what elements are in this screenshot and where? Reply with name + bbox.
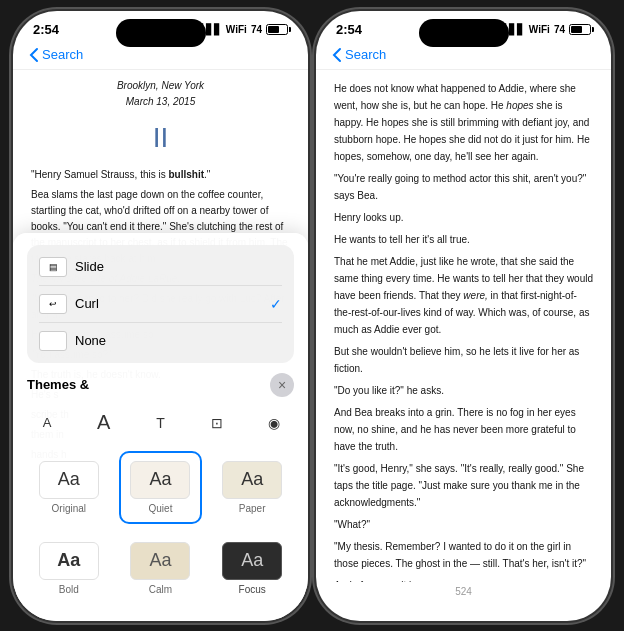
rp-11: "My thesis. Remember? I wanted to do it …: [334, 538, 593, 572]
curl-check: ✓: [270, 296, 282, 312]
theme-focus-label: Focus: [239, 584, 266, 595]
left-phone: 2:54 ▋▋▋ WiFi 74 Search Brooklyn, New Yo…: [13, 11, 308, 621]
theme-paper[interactable]: Aa Paper: [210, 451, 294, 524]
theme-calm-preview: Aa: [130, 542, 190, 580]
back-button-right[interactable]: Search: [332, 47, 386, 63]
theme-bold-preview: Aa: [39, 542, 99, 580]
theme-paper-preview: Aa: [222, 461, 282, 499]
theme-original[interactable]: Aa Original: [27, 451, 111, 524]
slide-label: Slide: [75, 259, 104, 274]
theme-quiet-preview: Aa: [130, 461, 190, 499]
slide-option[interactable]: ▤ Slide: [27, 249, 294, 285]
theme-bold-aa: Aa: [57, 550, 80, 571]
none-option[interactable]: None: [27, 323, 294, 359]
book-header: Brooklyn, New York March 13, 2015: [31, 78, 290, 110]
wifi-icon: WiFi: [226, 24, 247, 35]
bookmark-icon: ⊡: [211, 415, 223, 431]
theme-paper-aa: Aa: [241, 469, 263, 490]
rp-1: He does not know what happened to Addie,…: [334, 80, 593, 165]
rp-10: "What?": [334, 516, 593, 533]
rp-5: That he met Addie, just like he wrote, t…: [334, 253, 593, 338]
book-date: March 13, 2015: [126, 96, 196, 107]
font-decrease-button[interactable]: A: [29, 405, 65, 441]
page-number: 524: [316, 582, 611, 605]
rp-8: And Bea breaks into a grin. There is no …: [334, 404, 593, 455]
slide-icon: ▤: [39, 257, 67, 277]
battery-icon: [266, 24, 288, 35]
wifi-icon-right: WiFi: [529, 24, 550, 35]
theme-quiet-aa: Aa: [149, 469, 171, 490]
para-1: "Henry Samuel Strauss, this is bullshit.…: [31, 167, 290, 183]
none-icon: [39, 331, 67, 351]
theme-focus[interactable]: Aa Focus: [210, 532, 294, 605]
chapter-number: II: [31, 116, 290, 159]
close-button[interactable]: ×: [270, 373, 294, 397]
dynamic-island-right: [419, 19, 509, 47]
close-label: ×: [278, 377, 286, 393]
theme-original-aa: Aa: [58, 469, 80, 490]
time-left: 2:54: [33, 22, 59, 37]
nav-bar-left: Search: [13, 43, 308, 70]
theme-paper-label: Paper: [239, 503, 266, 514]
font-family-icon: T: [156, 415, 165, 431]
nav-bar-right: Search: [316, 43, 611, 70]
status-icons-left: ▋▋▋ WiFi 74: [198, 24, 288, 35]
theme-bold[interactable]: Aa Bold: [27, 532, 111, 605]
rp-9: "It's good, Henry," she says. "It's real…: [334, 460, 593, 511]
curl-label: Curl: [75, 296, 99, 311]
chevron-left-icon-right: [332, 47, 342, 63]
time-right: 2:54: [336, 22, 362, 37]
none-label: None: [75, 333, 106, 348]
font-large-label: A: [97, 411, 110, 434]
theme-quiet-label: Quiet: [149, 503, 173, 514]
font-increase-button[interactable]: A: [86, 405, 122, 441]
themes-grid: Aa Original Aa Quiet Aa Paper Aa: [27, 451, 294, 605]
chevron-left-icon: [29, 47, 39, 63]
curl-option[interactable]: ↩ Curl ✓: [27, 286, 294, 322]
display-settings-button[interactable]: ◉: [256, 405, 292, 441]
status-icons-right: ▋▋▋ WiFi 74: [501, 24, 591, 35]
right-phone: 2:54 ▋▋▋ WiFi 74 Search He does not know…: [316, 11, 611, 621]
rp-3: Henry looks up.: [334, 209, 593, 226]
back-label-left: Search: [42, 47, 83, 62]
font-small-label: A: [43, 415, 52, 430]
bookmark-button[interactable]: ⊡: [199, 405, 235, 441]
battery-icon-right: [569, 24, 591, 35]
dynamic-island: [116, 19, 206, 47]
theme-bold-label: Bold: [59, 584, 79, 595]
rp-2: "You're really going to method actor thi…: [334, 170, 593, 204]
battery-label: 74: [251, 24, 262, 35]
rp-6: But she wouldn't believe him, so he lets…: [334, 343, 593, 377]
transition-options: ▤ Slide ↩ Curl ✓ None: [27, 245, 294, 363]
themes-header: Themes & ×: [27, 373, 294, 397]
toolbar-row: A A T ⊡ ◉: [27, 405, 294, 441]
theme-focus-preview: Aa: [222, 542, 282, 580]
rp-7: "Do you like it?" he asks.: [334, 382, 593, 399]
theme-original-label: Original: [52, 503, 86, 514]
themes-title: Themes &: [27, 377, 89, 392]
back-button-left[interactable]: Search: [29, 47, 83, 63]
book-location: Brooklyn, New York: [117, 80, 204, 91]
theme-calm-label: Calm: [149, 584, 172, 595]
rp-4: He wants to tell her it's all true.: [334, 231, 593, 248]
font-family-button[interactable]: T: [143, 405, 179, 441]
theme-calm-aa: Aa: [149, 550, 171, 571]
battery-label-right: 74: [554, 24, 565, 35]
eye-icon: ◉: [268, 415, 280, 431]
theme-original-preview: Aa: [39, 461, 99, 499]
theme-quiet[interactable]: Aa Quiet: [119, 451, 203, 524]
rp-12: And of course, it is.: [334, 577, 593, 582]
book-content-right: He does not know what happened to Addie,…: [316, 70, 611, 582]
curl-icon: ↩: [39, 294, 67, 314]
theme-focus-aa: Aa: [241, 550, 263, 571]
overlay-panel: ▤ Slide ↩ Curl ✓ None: [13, 233, 308, 621]
back-label-right: Search: [345, 47, 386, 62]
theme-calm[interactable]: Aa Calm: [119, 532, 203, 605]
